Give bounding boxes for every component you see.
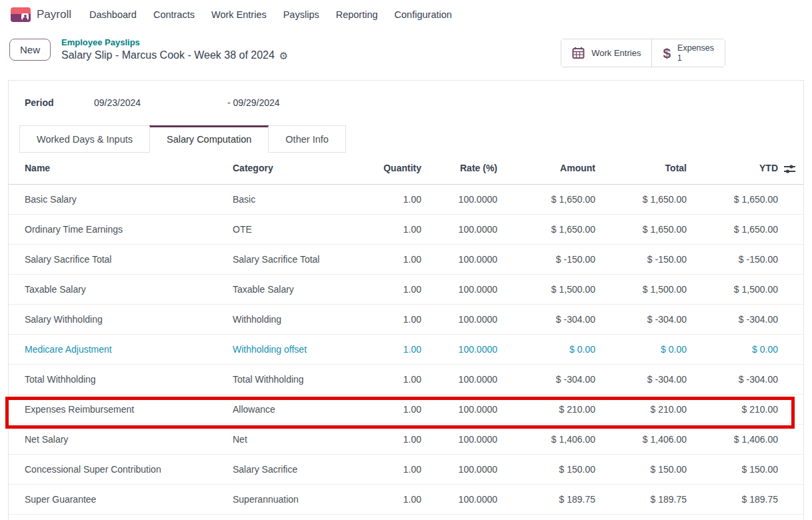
cell-quantity[interactable]: 1.00 — [374, 484, 423, 514]
cell-name[interactable]: Salary Sacrifice Total — [9, 244, 233, 274]
tab-worked-days-inputs[interactable]: Worked Days & Inputs — [19, 125, 150, 153]
cell-total[interactable]: $ -304.00 — [597, 304, 688, 334]
nav-item-dashboard[interactable]: Dashboard — [89, 9, 137, 20]
cell-amount[interactable]: $ 0.00 — [499, 334, 597, 364]
cell-rate[interactable]: 100.0000 — [423, 334, 499, 364]
nav-item-work-entries[interactable]: Work Entries — [211, 9, 267, 20]
cell-total[interactable]: $ 1,650.00 — [597, 184, 688, 214]
cell-total[interactable]: $ 1,500.00 — [597, 274, 688, 304]
cell-rate[interactable]: 100.0000 — [423, 244, 499, 274]
cell-ytd[interactable]: $ 210.00 — [688, 394, 779, 424]
column-header-rate[interactable]: Rate (%) — [423, 153, 499, 184]
cell-amount[interactable]: $ -150.00 — [499, 244, 597, 274]
cell-name[interactable]: Salary Withholding — [9, 304, 233, 334]
cell-amount[interactable]: $ -304.00 — [499, 364, 597, 394]
cell-amount[interactable]: $ 1,500.00 — [499, 274, 597, 304]
cell-category[interactable]: Basic — [233, 184, 374, 214]
cell-quantity[interactable]: 1.00 — [374, 394, 423, 424]
cell-category[interactable]: Withholding — [233, 304, 374, 334]
cell-quantity[interactable]: 1.00 — [374, 274, 423, 304]
cell-quantity[interactable]: 1.00 — [374, 304, 423, 334]
cell-quantity[interactable]: 1.00 — [374, 454, 423, 484]
table-row-super-guarantee[interactable]: Super GuaranteeSuperannuation1.00100.000… — [9, 484, 803, 514]
column-header-quantity[interactable]: Quantity — [374, 153, 423, 184]
cell-category[interactable]: Allowance — [233, 394, 374, 424]
cell-amount[interactable]: $ 189.75 — [499, 484, 597, 514]
work-entries-button[interactable]: Work Entries — [561, 39, 651, 67]
cell-ytd[interactable]: $ 1,650.00 — [688, 184, 779, 214]
table-row-salary-sacrifice-total[interactable]: Salary Sacrifice TotalSalary Sacrifice T… — [9, 244, 803, 274]
cell-quantity[interactable]: 1.00 — [374, 364, 423, 394]
table-row-total-withholding[interactable]: Total WithholdingTotal Withholding1.0010… — [9, 364, 803, 394]
column-header-amount[interactable]: Amount — [499, 153, 597, 184]
cell-rate[interactable]: 100.0000 — [423, 214, 499, 244]
cell-ytd[interactable]: $ 150.00 — [688, 454, 779, 484]
table-row-net-salary[interactable]: Net SalaryNet1.00100.0000$ 1,406.00$ 1,4… — [9, 424, 803, 454]
cell-ytd[interactable]: $ 1,500.00 — [688, 274, 779, 304]
cell-quantity[interactable]: 1.00 — [374, 184, 423, 214]
cell-total[interactable]: $ 1,406.00 — [597, 424, 688, 454]
cell-name[interactable]: Ordinary Time Earnings — [9, 214, 233, 244]
cell-name[interactable]: Expenses Reimbursement — [9, 394, 233, 424]
cell-rate[interactable]: 100.0000 — [423, 184, 499, 214]
table-row-expenses-reimbursement[interactable]: Expenses ReimbursementAllowance1.00100.0… — [9, 394, 803, 424]
cell-total[interactable]: $ 150.00 — [597, 454, 688, 484]
cell-name[interactable]: Total Withholding — [9, 364, 233, 394]
optional-columns-button[interactable] — [779, 153, 803, 184]
column-header-ytd[interactable]: YTD — [688, 153, 779, 184]
cell-category[interactable]: OTE — [233, 214, 374, 244]
cell-amount[interactable]: $ 1,650.00 — [499, 184, 597, 214]
cell-name[interactable]: Basic Salary — [9, 184, 233, 214]
cell-rate[interactable]: 100.0000 — [423, 274, 499, 304]
cell-name[interactable]: Concessional Super Contribution — [9, 454, 233, 484]
breadcrumb-parent-link[interactable]: Employee Payslips — [61, 37, 288, 49]
cell-ytd[interactable]: $ -304.00 — [688, 364, 779, 394]
new-button[interactable]: New — [9, 39, 51, 61]
nav-item-configuration[interactable]: Configuration — [395, 9, 452, 20]
tab-salary-computation[interactable]: Salary Computation — [149, 125, 269, 153]
cell-total[interactable]: $ -150.00 — [597, 244, 688, 274]
cell-total[interactable]: $ 0.00 — [597, 334, 688, 364]
cell-name[interactable]: Medicare Adjustment — [9, 334, 233, 364]
gear-icon[interactable]: ⚙ — [279, 49, 288, 63]
table-row-salary-withholding[interactable]: Salary WithholdingWithholding1.00100.000… — [9, 304, 803, 334]
cell-quantity[interactable]: 1.00 — [374, 334, 423, 364]
cell-category[interactable]: Net — [233, 424, 374, 454]
table-row-concessional-super-contribution[interactable]: Concessional Super ContributionSalary Sa… — [9, 454, 803, 484]
cell-ytd[interactable]: $ 0.00 — [688, 334, 779, 364]
cell-quantity[interactable]: 1.00 — [374, 244, 423, 274]
cell-rate[interactable]: 100.0000 — [423, 454, 499, 484]
cell-category[interactable]: Withholding offset — [233, 334, 374, 364]
cell-ytd[interactable]: $ -304.00 — [688, 304, 779, 334]
cell-category[interactable]: Salary Sacrifice Total — [233, 244, 374, 274]
cell-total[interactable]: $ 189.75 — [597, 484, 688, 514]
cell-amount[interactable]: $ 150.00 — [499, 454, 597, 484]
nav-item-reporting[interactable]: Reporting — [336, 9, 378, 20]
cell-rate[interactable]: 100.0000 — [423, 424, 499, 454]
cell-quantity[interactable]: 1.00 — [374, 424, 423, 454]
column-header-total[interactable]: Total — [597, 153, 688, 184]
table-row-ordinary-time-earnings[interactable]: Ordinary Time EarningsOTE1.00100.0000$ 1… — [9, 214, 803, 244]
cell-amount[interactable]: $ -304.00 — [499, 304, 597, 334]
cell-category[interactable]: Superannuation — [233, 484, 374, 514]
cell-rate[interactable]: 100.0000 — [423, 364, 499, 394]
table-row-taxable-salary[interactable]: Taxable SalaryTaxable Salary1.00100.0000… — [9, 274, 803, 304]
tab-other-info[interactable]: Other Info — [268, 125, 345, 153]
cell-total[interactable]: $ 210.00 — [597, 394, 688, 424]
cell-ytd[interactable]: $ 1,406.00 — [688, 424, 779, 454]
app-menu-button[interactable]: Payroll — [11, 7, 71, 22]
expenses-button[interactable]: $ Expenses 1 — [651, 39, 725, 67]
cell-name[interactable]: Taxable Salary — [9, 274, 233, 304]
cell-category[interactable]: Salary Sacrifice — [233, 454, 374, 484]
nav-item-contracts[interactable]: Contracts — [153, 9, 195, 20]
cell-ytd[interactable]: $ 1,650.00 — [688, 214, 779, 244]
cell-quantity[interactable]: 1.00 — [374, 214, 423, 244]
table-row-medicare-adjustment[interactable]: Medicare AdjustmentWithholding offset1.0… — [9, 334, 803, 364]
table-row-basic-salary[interactable]: Basic SalaryBasic1.00100.0000$ 1,650.00$… — [9, 184, 803, 214]
cell-amount[interactable]: $ 210.00 — [499, 394, 597, 424]
cell-amount[interactable]: $ 1,650.00 — [499, 214, 597, 244]
cell-rate[interactable]: 100.0000 — [423, 484, 499, 514]
column-header-name[interactable]: Name — [9, 153, 233, 184]
cell-ytd[interactable]: $ -150.00 — [688, 244, 779, 274]
cell-category[interactable]: Taxable Salary — [233, 274, 374, 304]
